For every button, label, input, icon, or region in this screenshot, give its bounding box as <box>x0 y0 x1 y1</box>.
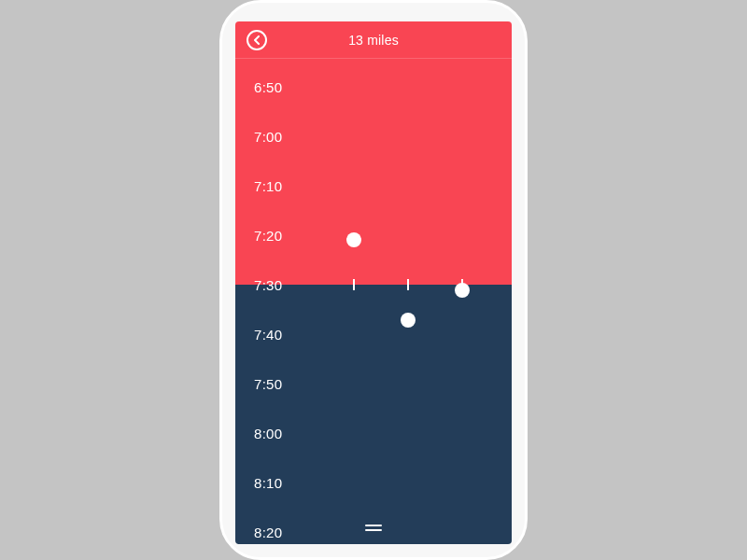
x-axis-tick <box>353 279 355 290</box>
y-axis-label: 7:50 <box>254 376 282 392</box>
y-axis-label: 7:30 <box>254 277 282 293</box>
back-button[interactable] <box>247 30 267 50</box>
header-bar: 13 miles <box>235 21 512 59</box>
phone-frame: 6:507:007:107:207:307:407:508:008:108:20… <box>219 0 528 560</box>
data-point[interactable] <box>401 313 416 328</box>
drag-handle[interactable] <box>361 521 386 535</box>
power-button <box>527 113 528 152</box>
chevron-left-icon <box>253 35 261 45</box>
y-axis-label: 8:00 <box>254 426 282 441</box>
y-axis-label: 7:40 <box>254 327 282 343</box>
y-axis-label: 8:10 <box>254 475 282 491</box>
y-axis-label: 7:20 <box>254 228 282 244</box>
y-axis-label: 6:50 <box>254 79 282 95</box>
chart-region-above-threshold <box>235 21 512 285</box>
y-axis-label: 7:10 <box>254 178 282 194</box>
handle-line <box>365 529 382 531</box>
pace-chart[interactable]: 6:507:007:107:207:307:407:508:008:108:20 <box>235 21 512 544</box>
y-axis-label: 7:00 <box>254 129 282 145</box>
handle-line <box>365 525 382 526</box>
data-point[interactable] <box>455 283 470 298</box>
y-axis-label: 8:20 <box>254 525 282 540</box>
app-screen: 6:507:007:107:207:307:407:508:008:108:20… <box>235 21 512 544</box>
page-title: 13 miles <box>348 33 399 48</box>
x-axis-tick <box>407 279 409 290</box>
data-point[interactable] <box>346 232 361 247</box>
chart-region-below-threshold <box>235 285 512 544</box>
